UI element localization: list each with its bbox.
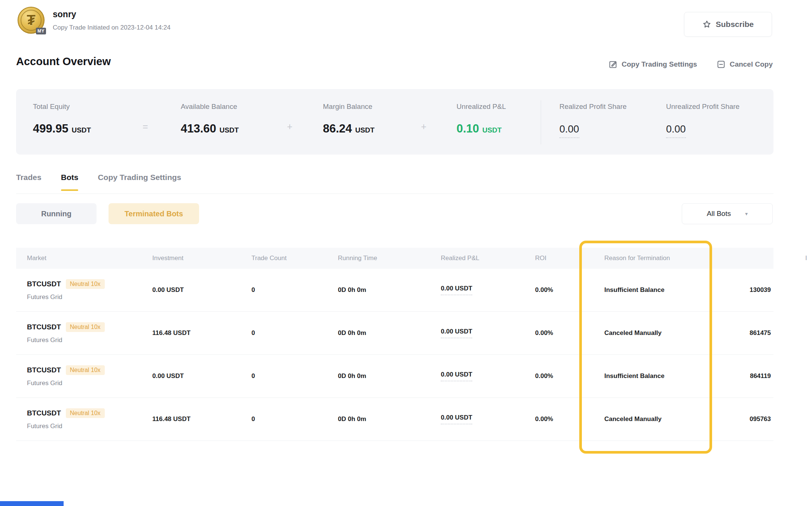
clipped-column-header: I bbox=[805, 254, 810, 263]
subscribe-label: Subscribe bbox=[716, 20, 754, 29]
market-symbol: BTCUSDT bbox=[27, 280, 61, 288]
tab-bots[interactable]: Bots bbox=[61, 173, 79, 191]
page-title: Account Overview bbox=[16, 55, 111, 68]
stat-label: Realized Profit Share bbox=[559, 103, 627, 111]
roi-cell: 0.00% bbox=[535, 372, 604, 380]
bot-type-label: Futures Grid bbox=[27, 293, 152, 301]
termination-reason-cell: Canceled Manually bbox=[604, 415, 713, 423]
termination-reason-cell: Insufficient Balance bbox=[604, 372, 713, 380]
realized-pnl-cell: 0.00 USDT bbox=[441, 285, 535, 295]
stats-divider bbox=[541, 100, 541, 144]
realized-pnl-cell: 0.00 USDT bbox=[441, 328, 535, 338]
plus-operator: + bbox=[421, 121, 427, 132]
cancel-copy-button[interactable]: Cancel Copy bbox=[717, 60, 773, 69]
strategy-badge: Neutral 10x bbox=[66, 322, 105, 332]
market-symbol: BTCUSDT bbox=[27, 323, 61, 331]
all-bots-dropdown[interactable]: All Bots ▾ bbox=[682, 203, 773, 224]
market-cell: BTCUSDT Neutral 10x Futures Grid bbox=[16, 322, 152, 344]
avatar[interactable]: ₮ MY bbox=[18, 7, 45, 34]
table-row[interactable]: BTCUSDT Neutral 10x Futures Grid 116.48 … bbox=[16, 312, 773, 355]
roi-cell: 0.00% bbox=[535, 329, 604, 337]
investment-cell: 116.48 USDT bbox=[152, 415, 251, 423]
column-header-trade-count: Trade Count bbox=[251, 254, 338, 262]
market-cell: BTCUSDT Neutral 10x Futures Grid bbox=[16, 279, 152, 301]
stat-value: 413.60 bbox=[181, 122, 216, 135]
copy-trading-page: ₮ MY sonry Copy Trade Initiated on 2023-… bbox=[0, 0, 812, 506]
stat-realized-profit-share: Realized Profit Share 0.00 bbox=[559, 103, 627, 138]
trade-count-cell: 0 bbox=[251, 329, 338, 337]
market-cell: BTCUSDT Neutral 10x Futures Grid bbox=[16, 365, 152, 387]
column-header-realized-pnl: Realized P&L bbox=[441, 254, 535, 262]
chevron-down-icon: ▾ bbox=[745, 211, 748, 217]
stat-value: 0.10 bbox=[457, 122, 479, 135]
roi-cell: 0.00% bbox=[535, 286, 604, 294]
terminated-bots-filter-button[interactable]: Terminated Bots bbox=[109, 203, 199, 224]
column-header-reason: Reason for Termination bbox=[604, 254, 713, 262]
table-row[interactable]: BTCUSDT Neutral 10x Futures Grid 0.00 US… bbox=[16, 269, 773, 312]
stat-label: Unrealized P&L bbox=[457, 103, 506, 111]
stat-available-balance: Available Balance 413.60 USDT bbox=[181, 103, 239, 135]
realized-pnl-cell: 0.00 USDT bbox=[441, 371, 535, 381]
bot-type-label: Futures Grid bbox=[27, 380, 152, 387]
stat-unrealized-profit-share: Unrealized Profit Share 0.00 bbox=[666, 103, 739, 138]
trade-count-cell: 0 bbox=[251, 372, 338, 380]
tab-trades[interactable]: Trades bbox=[16, 173, 42, 191]
stat-label: Available Balance bbox=[181, 103, 239, 111]
stat-unit: USDT bbox=[219, 126, 239, 134]
tabs-divider bbox=[16, 193, 773, 194]
trade-count-cell: 0 bbox=[251, 415, 338, 423]
column-header-market: Market bbox=[16, 254, 152, 262]
plus-operator: + bbox=[287, 121, 293, 132]
trader-name: sonry bbox=[53, 9, 171, 19]
bot-id-cell: 130039 bbox=[713, 286, 773, 294]
bottom-blue-bar bbox=[0, 501, 64, 506]
stat-unit: USDT bbox=[355, 126, 375, 134]
bot-type-label: Futures Grid bbox=[27, 423, 152, 430]
table-row[interactable]: BTCUSDT Neutral 10x Futures Grid 116.48 … bbox=[16, 398, 773, 441]
stat-unrealized-pnl: Unrealized P&L 0.10 USDT bbox=[457, 103, 506, 135]
investment-cell: 116.48 USDT bbox=[152, 329, 251, 337]
strategy-badge: Neutral 10x bbox=[66, 279, 105, 289]
bot-id-cell: 861475 bbox=[713, 329, 773, 337]
column-header-investment: Investment bbox=[152, 254, 251, 262]
stat-value: 499.95 bbox=[33, 122, 68, 135]
market-symbol: BTCUSDT bbox=[27, 366, 61, 374]
subscribe-button[interactable]: Subscribe bbox=[684, 12, 772, 37]
stat-total-equity: Total Equity 499.95 USDT bbox=[33, 103, 91, 135]
market-cell: BTCUSDT Neutral 10x Futures Grid bbox=[16, 408, 152, 430]
dropdown-value: All Bots bbox=[707, 210, 731, 218]
stat-value: 0.00 bbox=[666, 124, 686, 138]
running-time-cell: 0D 0h 0m bbox=[338, 329, 441, 337]
strategy-badge: Neutral 10x bbox=[66, 365, 105, 375]
copy-trading-settings-button[interactable]: Copy Trading Settings bbox=[608, 60, 697, 69]
running-time-cell: 0D 0h 0m bbox=[338, 372, 441, 380]
realized-pnl-cell: 0.00 USDT bbox=[441, 414, 535, 424]
copy-trade-initiated-text: Copy Trade Initiated on 2023-12-04 14:24 bbox=[53, 24, 171, 31]
stat-unit: USDT bbox=[482, 126, 502, 134]
tab-copy-trading-settings[interactable]: Copy Trading Settings bbox=[98, 173, 181, 191]
table-header-row: Market Investment Trade Count Running Ti… bbox=[16, 248, 773, 269]
running-filter-button[interactable]: Running bbox=[16, 203, 97, 224]
stat-margin-balance: Margin Balance 86.24 USDT bbox=[323, 103, 375, 135]
stat-value: 0.00 bbox=[559, 124, 579, 138]
termination-reason-cell: Canceled Manually bbox=[604, 329, 713, 337]
investment-cell: 0.00 USDT bbox=[152, 286, 251, 294]
strategy-badge: Neutral 10x bbox=[66, 408, 105, 418]
stat-unit: USDT bbox=[71, 126, 91, 134]
stat-value: 86.24 bbox=[323, 122, 352, 135]
table-row[interactable]: BTCUSDT Neutral 10x Futures Grid 0.00 US… bbox=[16, 355, 773, 398]
trade-count-cell: 0 bbox=[251, 286, 338, 294]
running-time-cell: 0D 0h 0m bbox=[338, 286, 441, 294]
column-header-roi: ROI bbox=[535, 254, 604, 262]
edit-icon bbox=[608, 60, 617, 69]
copy-trading-settings-label: Copy Trading Settings bbox=[622, 60, 697, 68]
bot-type-label: Futures Grid bbox=[27, 336, 152, 344]
bot-id-cell: 864119 bbox=[713, 372, 773, 380]
roi-cell: 0.00% bbox=[535, 415, 604, 423]
stat-label: Unrealized Profit Share bbox=[666, 103, 739, 111]
frozen-right-column: I bbox=[773, 248, 812, 441]
tab-bar: Trades Bots Copy Trading Settings bbox=[16, 173, 181, 191]
equals-operator: = bbox=[143, 121, 148, 132]
bot-id-cell: 095763 bbox=[713, 415, 773, 423]
avatar-my-badge: MY bbox=[36, 28, 46, 34]
